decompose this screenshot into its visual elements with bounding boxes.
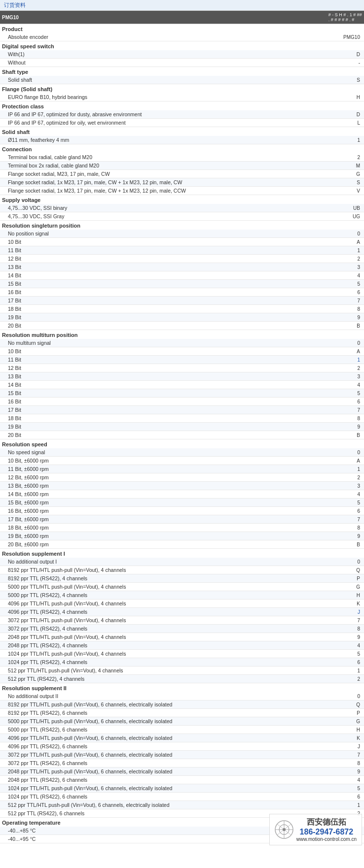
row-code: 2	[327, 364, 364, 372]
row-label: 15 Bit	[0, 280, 327, 288]
row-label: 8192 ppr TTL/HTL push-pull (Vin=Vout), 4…	[0, 566, 327, 574]
row-label: 14 Bit	[0, 381, 327, 389]
table-row: 5000 ppr TTL (RS422), 4 channelsH	[0, 591, 364, 600]
table-row: 18 Bit, ±6000 rpm8	[0, 524, 364, 532]
row-label: 15 Bit, ±6000 rpm	[0, 499, 327, 507]
table-row: 19 Bit9	[0, 313, 364, 322]
header-row: PMG10 # - S H # . 1 # ## . # # # # # . #	[0, 11, 364, 24]
table-row: 12 Bit, ±6000 rpm2	[0, 473, 364, 482]
row-label: 1024 ppr TTL (RS422), 6 channels	[0, 793, 327, 801]
row-label: No additional output I	[0, 558, 327, 566]
row-code: B	[327, 322, 364, 330]
row-code: G	[327, 170, 364, 178]
table-row: 19 Bit, ±6000 rpm9	[0, 532, 364, 540]
section-header: Resolution multiturn position	[0, 330, 364, 339]
row-code: 6	[327, 658, 364, 667]
table-row: 20 BitB	[0, 322, 364, 330]
row-code: B	[327, 540, 364, 549]
table-row: Solid shaftS	[0, 76, 364, 84]
table-row: 3072 ppr TTL/HTL push-pull (Vin=Vout), 6…	[0, 751, 364, 759]
row-code: 1	[327, 356, 364, 364]
table-row: 4,75...30 VDC, SSI GrayUG	[0, 212, 364, 221]
table-row: 10 BitA	[0, 347, 364, 356]
row-code: 2	[327, 675, 364, 683]
row-code: H	[327, 726, 364, 734]
row-label: Flange socket radial, 1x M23, 17 pin, ma…	[0, 178, 327, 187]
row-code: G	[327, 583, 364, 591]
row-label: 1024 ppr TTL/HTL push-pull (Vin=Vout), 6…	[0, 784, 327, 793]
row-code: 2	[327, 473, 364, 482]
row-label: 512 ppr TTL/HTL push-pull (Vin=Vout), 6 …	[0, 801, 327, 809]
row-code: 9	[327, 633, 364, 641]
row-label: 3072 ppr TTL/HTL push-pull (Vin=Vout), 4…	[0, 616, 327, 625]
row-code: D	[327, 110, 364, 119]
table-row: 11 Bit1	[0, 246, 364, 255]
table-row: 12 Bit2	[0, 364, 364, 372]
row-code: H	[327, 591, 364, 600]
row-label: 512 ppr TTL (RS422), 4 channels	[0, 675, 327, 683]
table-row: 11 Bit1	[0, 356, 364, 364]
row-label: 13 Bit	[0, 263, 327, 271]
table-row: 12 Bit2	[0, 255, 364, 263]
top-bar: 订货资料	[0, 0, 364, 11]
table-row: 13 Bit3	[0, 263, 364, 271]
table-row: No additional output II0	[0, 692, 364, 701]
row-code: 9	[327, 532, 364, 540]
row-label: Flange socket radial, 1x M23, 17 pin, ma…	[0, 187, 327, 195]
row-code: A	[327, 238, 364, 246]
row-label: No multiturn signal	[0, 339, 327, 347]
table-row: 18 Bit8	[0, 414, 364, 423]
row-label: 1024 ppr TTL/HTL push-pull (Vin=Vout), 4…	[0, 650, 327, 658]
table-row: 4096 ppr TTL (RS422), 6 channelsJ	[0, 742, 364, 751]
row-code: 1	[327, 246, 364, 255]
row-code: 5	[327, 650, 364, 658]
section-header: Product	[0, 24, 364, 33]
table-row: 8192 ppr TTL (RS422), 4 channelsP	[0, 574, 364, 583]
row-code: PMG10	[327, 33, 364, 41]
table-row: 2048 ppr TTL/HTL push-pull (Vin=Vout), 6…	[0, 768, 364, 776]
table-row: With(1)D	[0, 50, 364, 59]
row-code: B	[327, 431, 364, 439]
row-label: 3072 ppr TTL (RS422), 4 channels	[0, 625, 327, 633]
table-row: 13 Bit3	[0, 372, 364, 381]
row-label: 14 Bit, ±6000 rpm	[0, 490, 327, 499]
table-row: Ø11 mm, featherkey 4 mm1	[0, 136, 364, 144]
table-row: No speed signal0	[0, 448, 364, 457]
table-row: 3072 ppr TTL (RS422), 6 channels8	[0, 759, 364, 768]
table-row: Absolute encoderPMG10	[0, 33, 364, 41]
row-label: 12 Bit, ±6000 rpm	[0, 473, 327, 482]
row-label: 20 Bit	[0, 322, 327, 330]
row-label: 13 Bit, ±6000 rpm	[0, 482, 327, 490]
row-label: 19 Bit	[0, 423, 327, 431]
row-label: 20 Bit	[0, 431, 327, 439]
row-label: 1024 ppr TTL (RS422), 4 channels	[0, 658, 327, 667]
table-row: 20 Bit, ±6000 rpmB	[0, 540, 364, 549]
row-label: 4,75...30 VDC, SSI binary	[0, 204, 327, 212]
section-header: Solid shaft	[0, 127, 364, 136]
row-label: 10 Bit	[0, 347, 327, 356]
row-code: 4	[327, 271, 364, 280]
row-code: 7	[327, 616, 364, 625]
row-label: 4096 ppr TTL (RS422), 6 channels	[0, 742, 327, 751]
row-label: 4,75...30 VDC, SSI Gray	[0, 212, 327, 221]
row-label: Solid shaft	[0, 76, 327, 84]
section-header: Digital speed switch	[0, 41, 364, 51]
row-code: P	[327, 709, 364, 717]
row-label: 13 Bit	[0, 372, 327, 381]
header-product: PMG10	[0, 11, 327, 24]
row-code: 4	[327, 381, 364, 389]
table-row: 13 Bit, ±6000 rpm3	[0, 482, 364, 490]
row-label: 5000 ppr TTL (RS422), 4 channels	[0, 591, 327, 600]
row-label: 3072 ppr TTL/HTL push-pull (Vin=Vout), 6…	[0, 751, 327, 759]
table-row: 4,75...30 VDC, SSI binaryUB	[0, 204, 364, 212]
header-codes: # - S H # . 1 # ## . # # # # # . #	[327, 11, 364, 24]
row-label: No speed signal	[0, 448, 327, 457]
row-code: V	[327, 187, 364, 195]
row-label: 4096 ppr TTL/HTL push-pull (Vin=Vout), 6…	[0, 734, 327, 742]
row-code: J	[327, 608, 364, 616]
section-header: Resolution supplement II	[0, 683, 364, 693]
row-code: 1	[327, 801, 364, 809]
row-code: 0	[327, 339, 364, 347]
row-code: 5	[327, 784, 364, 793]
row-label: 2048 ppr TTL (RS422), 4 channels	[0, 641, 327, 650]
